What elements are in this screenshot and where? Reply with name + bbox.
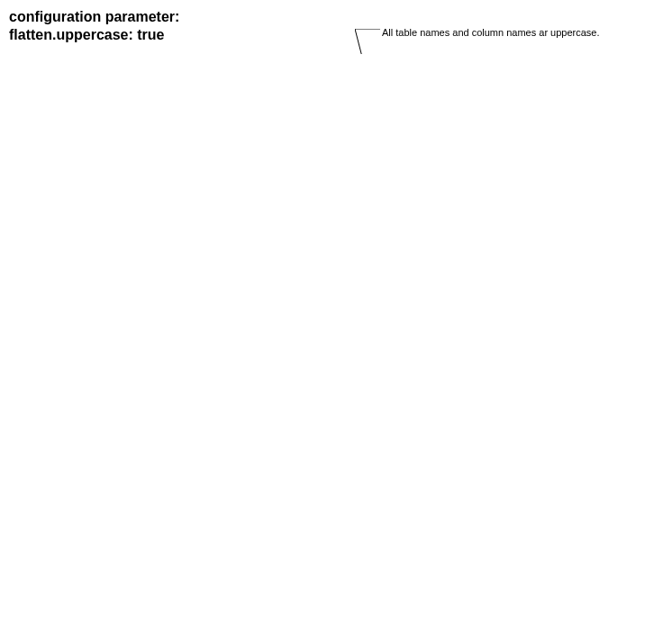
config-line-1: configuration parameter: bbox=[9, 9, 663, 25]
annotation-text: All table names and column names ar uppe… bbox=[382, 27, 600, 38]
annotation-callout: All table names and column names ar uppe… bbox=[382, 27, 600, 38]
annotation-line-icon bbox=[355, 29, 382, 54]
